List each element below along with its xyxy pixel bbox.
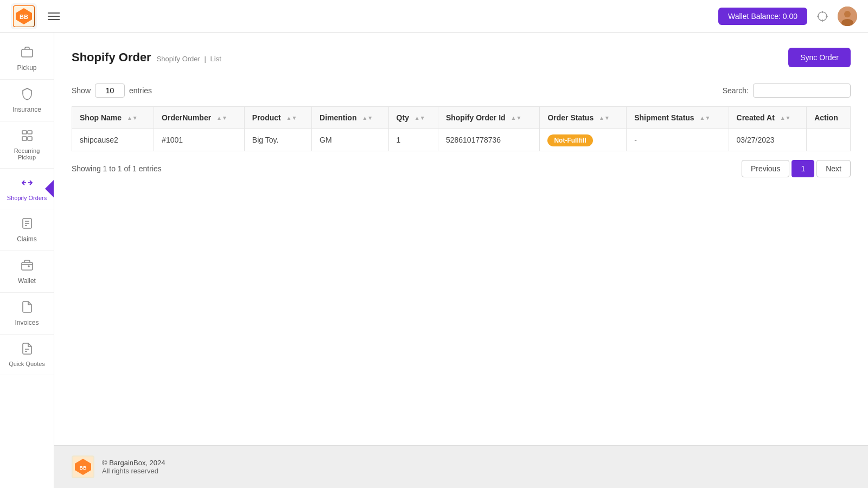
crosshair-icon[interactable] bbox=[815, 9, 830, 24]
cell-shipment-status: - bbox=[627, 129, 729, 151]
footer-text: © BargainBox, 2024 All rights reserved bbox=[102, 459, 165, 475]
next-button[interactable]: Next bbox=[816, 160, 851, 177]
hamburger-menu[interactable] bbox=[48, 12, 60, 20]
invoices-icon bbox=[21, 300, 34, 316]
col-action-label: Action bbox=[814, 113, 838, 122]
sidebar-label-shopify-orders: Shopify Orders bbox=[7, 195, 47, 201]
order-status-badge: Not-Fullfill bbox=[547, 134, 592, 146]
pagination-area: Showing 1 to 1 of 1 entries Previous 1 N… bbox=[72, 160, 851, 177]
breadcrumb-current: List bbox=[210, 55, 221, 63]
wallet-balance-button[interactable]: Wallet Balance: 0.00 bbox=[718, 8, 807, 25]
sidebar-item-quick-quotes[interactable]: Quick Quotes bbox=[0, 335, 54, 375]
col-shipment-status-label: Shipment Status bbox=[634, 113, 694, 122]
navbar-left: BB bbox=[11, 3, 60, 29]
col-order-number[interactable]: OrderNumber ▲▼ bbox=[154, 107, 245, 129]
sidebar-item-wallet[interactable]: Wallet bbox=[0, 251, 54, 293]
col-dimention[interactable]: Dimention ▲▼ bbox=[312, 107, 389, 129]
showing-text: Showing 1 to 1 of 1 entries bbox=[72, 164, 162, 173]
svg-rect-15 bbox=[28, 137, 32, 140]
sidebar-item-shopify-orders[interactable]: Shopify Orders bbox=[0, 169, 54, 209]
sort-icon-order-status: ▲▼ bbox=[599, 115, 610, 121]
cell-shopify-order-id: 5286101778736 bbox=[438, 129, 539, 151]
col-created-at-label: Created At bbox=[737, 113, 775, 122]
table-body: shipcause2#1001Big Toy.GM15286101778736N… bbox=[72, 129, 851, 151]
sidebar-label-recurring-pickup: Recurring Pickup bbox=[4, 147, 49, 160]
sort-icon-order-number: ▲▼ bbox=[216, 115, 227, 121]
svg-text:BB: BB bbox=[80, 465, 87, 471]
sort-icon-shipment-status: ▲▼ bbox=[700, 115, 711, 121]
sidebar-label-wallet: Wallet bbox=[18, 277, 36, 285]
breadcrumb-parent-link[interactable]: Shopify Order bbox=[157, 55, 200, 63]
cell-dimention: GM bbox=[312, 129, 389, 151]
breadcrumb-separator: | bbox=[205, 55, 206, 63]
col-dimention-label: Dimention bbox=[320, 113, 356, 122]
col-created-at[interactable]: Created At ▲▼ bbox=[729, 107, 807, 129]
col-shopify-order-id[interactable]: Shopify Order Id ▲▼ bbox=[438, 107, 539, 129]
sidebar-label-invoices: Invoices bbox=[15, 319, 39, 326]
cell-created-at: 03/27/2023 bbox=[729, 129, 807, 151]
footer: BB © BargainBox, 2024 All rights reserve… bbox=[54, 445, 868, 488]
sync-order-button[interactable]: Sync Order bbox=[788, 48, 851, 67]
sidebar-item-pickup[interactable]: Pickup bbox=[0, 38, 54, 80]
table-header: Shop Name ▲▼ OrderNumber ▲▼ Product ▲▼ bbox=[72, 107, 851, 129]
show-label: Show bbox=[72, 86, 91, 95]
col-product-label: Product bbox=[252, 113, 281, 122]
page-header: Shopify Order Shopify Order | List Sync … bbox=[72, 48, 851, 67]
pickup-icon bbox=[21, 46, 34, 61]
claims-icon bbox=[21, 217, 34, 232]
logo-icon: BB bbox=[13, 5, 35, 27]
sidebar-label-quick-quotes: Quick Quotes bbox=[9, 361, 45, 367]
cell-shop-name: shipcause2 bbox=[72, 129, 154, 151]
sidebar-item-recurring-pickup[interactable]: Recurring Pickup bbox=[0, 121, 54, 169]
cell-order-status: Not-Fullfill bbox=[540, 129, 627, 151]
sidebar-item-invoices[interactable]: Invoices bbox=[0, 293, 54, 335]
svg-rect-13 bbox=[28, 131, 32, 134]
footer-copyright: © BargainBox, 2024 bbox=[102, 459, 165, 467]
navbar: BB Wallet Balance: 0.00 bbox=[0, 0, 868, 33]
cell-qty: 1 bbox=[388, 129, 438, 151]
col-order-status[interactable]: Order Status ▲▼ bbox=[540, 107, 627, 129]
col-shipment-status[interactable]: Shipment Status ▲▼ bbox=[627, 107, 729, 129]
col-shopify-order-id-label: Shopify Order Id bbox=[446, 113, 506, 122]
avatar[interactable] bbox=[838, 7, 857, 26]
svg-rect-14 bbox=[22, 137, 27, 140]
data-table: Shop Name ▲▼ OrderNumber ▲▼ Product ▲▼ bbox=[72, 106, 851, 151]
sort-icon-product: ▲▼ bbox=[286, 115, 297, 121]
layout: Pickup Insurance Recurring Pickup bbox=[0, 33, 868, 488]
sort-icon-dimention: ▲▼ bbox=[362, 115, 373, 121]
sidebar-label-insurance: Insurance bbox=[12, 106, 41, 113]
col-product[interactable]: Product ▲▼ bbox=[244, 107, 311, 129]
quick-quotes-icon bbox=[21, 342, 34, 357]
sidebar-item-insurance[interactable]: Insurance bbox=[0, 80, 54, 121]
col-qty[interactable]: Qty ▲▼ bbox=[388, 107, 438, 129]
page-title: Shopify Order bbox=[72, 50, 151, 65]
col-order-number-label: OrderNumber bbox=[162, 113, 211, 122]
previous-button[interactable]: Previous bbox=[742, 160, 789, 177]
breadcrumb: Shopify Order | List bbox=[157, 55, 221, 63]
svg-text:BB: BB bbox=[20, 14, 28, 20]
page-1-button[interactable]: 1 bbox=[792, 160, 814, 177]
col-order-status-label: Order Status bbox=[547, 113, 593, 122]
table-controls: Show entries Search: bbox=[72, 84, 851, 98]
content-area: Shopify Order Shopify Order | List Sync … bbox=[54, 33, 868, 445]
svg-rect-11 bbox=[22, 49, 33, 57]
table-row: shipcause2#1001Big Toy.GM15286101778736N… bbox=[72, 129, 851, 151]
pagination: Previous 1 Next bbox=[742, 160, 851, 177]
sort-icon-shop-name: ▲▼ bbox=[127, 115, 138, 121]
search-label: Search: bbox=[723, 86, 749, 95]
svg-rect-12 bbox=[22, 131, 27, 134]
navbar-right: Wallet Balance: 0.00 bbox=[718, 7, 857, 26]
sort-icon-shopify-order-id: ▲▼ bbox=[511, 115, 522, 121]
entries-input[interactable] bbox=[95, 84, 125, 98]
col-shop-name[interactable]: Shop Name ▲▼ bbox=[72, 107, 154, 129]
insurance-icon bbox=[21, 87, 34, 102]
svg-point-9 bbox=[844, 11, 851, 17]
search-input[interactable] bbox=[753, 84, 851, 98]
col-shop-name-label: Shop Name bbox=[80, 113, 122, 122]
recurring-pickup-icon bbox=[21, 129, 34, 144]
sidebar-item-claims[interactable]: Claims bbox=[0, 209, 54, 251]
svg-rect-22 bbox=[22, 262, 33, 270]
col-action: Action bbox=[807, 107, 851, 129]
show-entries: Show entries bbox=[72, 84, 152, 98]
logo: BB bbox=[11, 3, 37, 29]
